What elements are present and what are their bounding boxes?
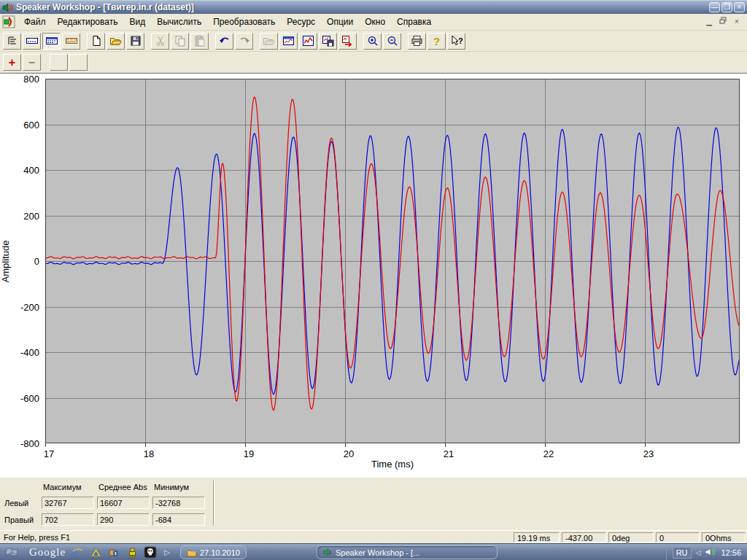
y-tick-400: 400 bbox=[1, 165, 39, 176]
quick-launch: e bbox=[66, 546, 157, 559]
y-tick--600: -600 bbox=[1, 393, 39, 404]
new-button[interactable] bbox=[87, 33, 105, 50]
open-button[interactable] bbox=[107, 33, 125, 50]
export-chart-button[interactable] bbox=[338, 33, 357, 50]
stats-panel: Максимум Среднее Abs Минимум Левый 32767… bbox=[0, 476, 747, 530]
menu-item-edit[interactable]: Редактировать bbox=[52, 15, 124, 30]
status-impedance: 0Ohms bbox=[702, 532, 746, 542]
copy-button[interactable] bbox=[171, 33, 189, 50]
menu-item-view[interactable]: Вид bbox=[123, 15, 151, 30]
context-help-button[interactable]: ? bbox=[447, 33, 465, 50]
main-toolbar: ?? bbox=[0, 31, 747, 52]
y-tick-800: 800 bbox=[1, 74, 39, 85]
about-button[interactable]: ? bbox=[427, 33, 446, 50]
save-button[interactable] bbox=[126, 33, 144, 50]
open-folder-icon bbox=[263, 35, 276, 47]
dataset-grid-icon bbox=[45, 35, 58, 47]
menu-item-file[interactable]: Файл bbox=[18, 15, 52, 30]
menu-item-window[interactable]: Окно bbox=[359, 15, 391, 30]
zoom-out-icon bbox=[387, 35, 398, 47]
stat-right-max: 702 bbox=[42, 513, 94, 526]
context-help-icon: ? bbox=[450, 35, 463, 47]
dataset-cells-icon bbox=[65, 35, 78, 47]
tray-expand-icon[interactable]: ◁ bbox=[696, 549, 701, 556]
x-axis-title: Time (ms) bbox=[320, 459, 465, 470]
view-tree-button[interactable] bbox=[3, 33, 21, 50]
minimize-button[interactable]: — bbox=[709, 2, 720, 12]
toolbar-separator bbox=[402, 33, 407, 50]
yellow-robot-icon[interactable] bbox=[125, 546, 139, 559]
close-button[interactable]: × bbox=[734, 2, 745, 12]
help-question-icon: ? bbox=[433, 36, 440, 46]
language-indicator[interactable]: RU bbox=[673, 547, 692, 559]
mdi-restore-button[interactable] bbox=[717, 17, 729, 27]
status-phase: 0deg bbox=[608, 532, 654, 542]
skull-icon[interactable] bbox=[144, 546, 157, 559]
open-target-button[interactable] bbox=[260, 33, 278, 50]
waveform-chart[interactable] bbox=[45, 79, 740, 448]
remove-marker-button[interactable]: − bbox=[23, 54, 41, 71]
stats-header-max: Максимум bbox=[43, 483, 82, 491]
folder-icon bbox=[187, 548, 197, 557]
save-chart-button[interactable] bbox=[319, 33, 337, 50]
stat-left-min: -32768 bbox=[152, 497, 205, 509]
ie-e-icon[interactable]: e bbox=[71, 546, 84, 559]
stat-right-min: -684 bbox=[152, 513, 205, 526]
chart-button[interactable] bbox=[299, 33, 317, 50]
paste-button[interactable] bbox=[190, 33, 209, 50]
stats-row-label-left: Левый bbox=[4, 499, 28, 508]
toolbar-separator bbox=[357, 33, 363, 50]
y-tick--800: -800 bbox=[1, 438, 39, 449]
mdi-minimize-button[interactable]: ▁ bbox=[703, 17, 715, 27]
menu-item-calculate[interactable]: Вычислить bbox=[151, 15, 207, 30]
new-doc-icon bbox=[90, 35, 102, 47]
taskbar-date-button[interactable]: 27.10.2010 bbox=[180, 545, 247, 559]
x-tick-17: 17 bbox=[34, 448, 63, 459]
y-axis-title: Amplitude bbox=[0, 236, 11, 287]
stats-row-label-right: Правый bbox=[4, 516, 34, 524]
system-tray: RU ◁ 12:56 bbox=[666, 544, 746, 560]
quicklaunch-expand-icon[interactable]: ▷ bbox=[164, 548, 170, 556]
google-toolbar-label[interactable]: Google bbox=[29, 546, 66, 559]
mdi-close-button[interactable]: × bbox=[731, 17, 743, 27]
blue-hand-icon[interactable] bbox=[107, 546, 120, 559]
view-dataset-1-button[interactable] bbox=[23, 33, 41, 50]
taskbar-app-button[interactable]: Speaker Workshop - [... bbox=[317, 545, 498, 559]
start-button[interactable] bbox=[6, 546, 19, 559]
menu-item-transform[interactable]: Преобразовать bbox=[207, 15, 281, 30]
stat-right-avg: 290 bbox=[97, 513, 150, 526]
menu-item-help[interactable]: Справка bbox=[391, 15, 437, 30]
toolbar-separator bbox=[81, 33, 86, 50]
window-chart-button[interactable] bbox=[279, 33, 298, 50]
toolbar-gap bbox=[42, 54, 49, 71]
marker-blank-2-button[interactable] bbox=[69, 54, 88, 71]
zoom-out-button[interactable] bbox=[383, 33, 401, 50]
paste-clipboard-icon bbox=[194, 35, 206, 47]
status-cursor-time: 19.19 ms bbox=[514, 532, 560, 542]
mdi-window-controls: ▁ × bbox=[703, 17, 746, 27]
status-bar: For Help, press F1 19.19 ms -437.00 0deg… bbox=[0, 530, 747, 543]
redo-arrow-icon bbox=[238, 35, 251, 47]
print-button[interactable] bbox=[408, 33, 426, 50]
dataset-doc-icon[interactable] bbox=[2, 15, 15, 28]
y-tick-200: 200 bbox=[1, 211, 39, 222]
restore-button[interactable]: ❐ bbox=[721, 2, 732, 12]
add-marker-button[interactable]: + bbox=[3, 54, 21, 71]
export-chart-icon bbox=[341, 35, 354, 47]
view-dataset-2-button[interactable] bbox=[42, 33, 61, 50]
marker-blank-1-button[interactable] bbox=[50, 54, 68, 71]
status-message: For Help, press F1 bbox=[1, 533, 511, 542]
volume-icon[interactable] bbox=[705, 547, 716, 559]
view-dataset-3-button[interactable] bbox=[62, 33, 80, 50]
zoom-in-button[interactable] bbox=[363, 33, 382, 50]
stats-header-avg: Среднее Abs bbox=[98, 483, 147, 491]
cut-button[interactable] bbox=[151, 33, 169, 50]
menu-item-options[interactable]: Опции bbox=[321, 15, 359, 30]
toolbar-separator bbox=[209, 33, 214, 50]
menu-item-resource[interactable]: Ресурс bbox=[281, 15, 321, 30]
menu-items: ФайлРедактироватьВидВычислитьПреобразова… bbox=[18, 17, 437, 27]
x-tick-22: 22 bbox=[534, 448, 563, 459]
redo-button[interactable] bbox=[235, 33, 253, 50]
yellow-triangle-icon[interactable] bbox=[89, 546, 102, 559]
undo-button[interactable] bbox=[215, 33, 233, 50]
